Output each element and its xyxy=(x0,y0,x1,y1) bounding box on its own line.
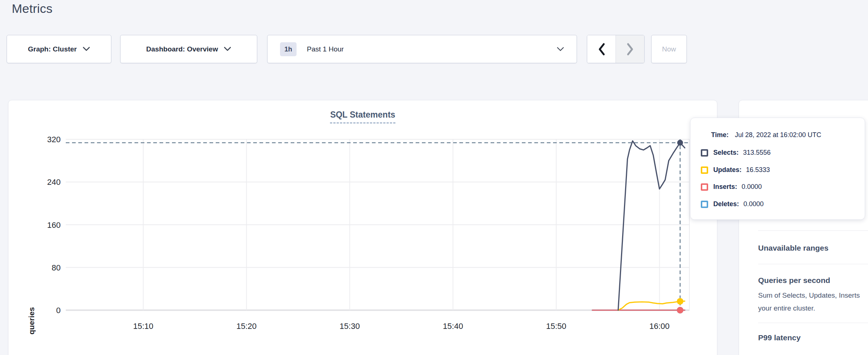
x-tick-label: 15:50 xyxy=(546,322,566,331)
chevron-down-icon xyxy=(83,47,90,51)
tooltip-row-inserts: Inserts: 0.0000 xyxy=(701,183,762,191)
chevron-right-icon xyxy=(627,43,634,56)
tooltip-row-selects: Selects: 313.5556 xyxy=(701,149,771,157)
toolbar: Graph: Cluster Dashboard: Overview 1h Pa… xyxy=(0,35,868,63)
time-range-badge: 1h xyxy=(280,42,297,56)
inserts-hover-dot xyxy=(677,307,684,313)
inserts-swatch xyxy=(701,183,708,191)
y-tick-label: 320 xyxy=(47,135,61,144)
page-title: Metrics xyxy=(12,1,53,16)
sidebar-item-unavailable-ranges: Unavailable ranges xyxy=(758,244,828,252)
now-button[interactable]: Now xyxy=(651,35,687,63)
y-tick-label: 240 xyxy=(47,178,61,187)
graph-dropdown-label: Graph: Cluster xyxy=(28,45,77,53)
time-range-label: Past 1 Hour xyxy=(307,45,344,53)
dashboard-dropdown-label: Dashboard: Overview xyxy=(146,45,218,53)
x-tick-label: 15:40 xyxy=(443,322,463,331)
x-tick-label: 15:30 xyxy=(340,322,360,331)
updates-line xyxy=(618,301,685,310)
prev-range-button[interactable] xyxy=(587,35,616,63)
sidebar-item-p99-latency: P99 latency xyxy=(758,333,801,342)
divider xyxy=(758,230,868,231)
graph-dropdown[interactable]: Graph: Cluster xyxy=(7,35,111,63)
chart-title[interactable]: SQL Statements xyxy=(330,110,395,123)
updates-hover-dot xyxy=(677,298,684,305)
updates-swatch xyxy=(701,166,708,174)
dashboard-dropdown[interactable]: Dashboard: Overview xyxy=(120,35,257,63)
x-tick-label: 15:20 xyxy=(236,322,257,331)
chart-card: 08016024032015:1015:2015:3015:4015:5016:… xyxy=(8,100,717,355)
tooltip-row-deletes: Deletes: 0.0000 xyxy=(701,200,764,208)
x-tick-label: 15:10 xyxy=(133,322,153,331)
x-tick-label: 16:00 xyxy=(649,322,670,331)
selects-hover-dot xyxy=(677,140,683,146)
selects-line xyxy=(618,141,685,310)
deletes-swatch xyxy=(701,201,708,208)
y-axis-label: queries xyxy=(27,307,36,335)
chevron-down-icon xyxy=(557,47,564,51)
tooltip-time-label: Time: xyxy=(711,131,729,139)
sql-statements-chart[interactable]: 08016024032015:1015:2015:3015:4015:5016:… xyxy=(8,100,717,355)
next-range-button[interactable] xyxy=(616,35,644,63)
y-tick-label: 0 xyxy=(56,306,61,315)
queries-per-second-description: Sum of Selects, Updates, Inserts xyxy=(758,291,860,300)
time-range-picker[interactable]: 1h Past 1 Hour xyxy=(267,35,577,63)
tooltip-time-row: Time: Jul 28, 2022 at 16:02:00 UTC xyxy=(711,131,821,139)
divider xyxy=(758,264,868,264)
tooltip-row-updates: Updates: 16.5333 xyxy=(701,166,770,174)
sidebar-item-queries-per-second: Queries per second xyxy=(758,276,830,285)
hover-tooltip: Time: Jul 28, 2022 at 16:02:00 UTC Selec… xyxy=(690,118,865,220)
queries-per-second-description: your entire cluster. xyxy=(758,304,815,312)
divider xyxy=(758,323,868,323)
chevron-left-icon xyxy=(598,43,605,56)
time-nav-group xyxy=(587,35,645,63)
y-tick-label: 160 xyxy=(47,220,61,230)
tooltip-time-value: Jul 28, 2022 at 16:02:00 UTC xyxy=(735,131,821,139)
selects-swatch xyxy=(701,149,708,157)
chevron-down-icon xyxy=(224,47,231,51)
y-tick-label: 80 xyxy=(52,263,61,272)
